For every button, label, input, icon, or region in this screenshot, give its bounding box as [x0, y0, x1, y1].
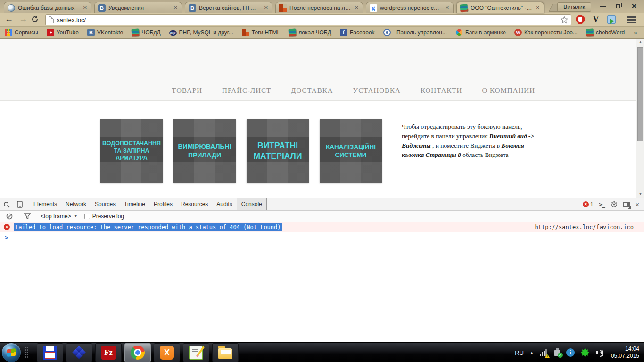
language-indicator[interactable]: RU [515, 349, 524, 356]
share-extension-icon[interactable] [607, 15, 616, 24]
browser-tab-4[interactable]: После переноса на лока ✕ [275, 2, 363, 13]
taskbar-app-filezilla[interactable]: Fz [95, 343, 122, 362]
bookmark-html-tags[interactable]: Теги HTML [242, 29, 280, 36]
taskbar-app-xampp[interactable]: X [154, 343, 180, 362]
preserve-log-checkbox[interactable] [84, 214, 90, 219]
tab-close-icon[interactable]: ✕ [173, 5, 178, 11]
usb-device-icon[interactable] [554, 350, 560, 356]
device-mode-icon[interactable] [13, 198, 26, 210]
reload-button[interactable] [31, 16, 43, 23]
devtools-tab-audits[interactable]: Audits [212, 198, 236, 210]
console-prompt-row[interactable]: > [0, 232, 644, 242]
bookmark-admin-panel[interactable]: - Панель управлен... [383, 29, 447, 36]
error-count-badge[interactable]: ✕1 [583, 201, 594, 208]
window-minimize-button[interactable] [596, 1, 610, 11]
bookmark-joomla-transfer[interactable]: WКак перенести Joo... [514, 29, 578, 36]
bookmark-chobdword[interactable]: chobdWord [586, 29, 625, 36]
inspect-element-icon[interactable] [0, 198, 13, 210]
adblock-extension-icon[interactable] [576, 15, 585, 24]
show-hidden-icons-icon[interactable]: ▲ [530, 351, 534, 355]
taskbar-clock[interactable]: 14:04 05.07.2015 [610, 346, 639, 360]
chrome-menu-icon[interactable] [627, 16, 636, 23]
console-error-message: Failed to load resource: the server resp… [14, 223, 282, 231]
category-tile-vodopostachannya[interactable]: ВОДОПОСТАЧАННЯ ТА ЗАПІРНА АРМАТУРА [100, 119, 163, 183]
xampp-icon: X [160, 346, 174, 360]
filter-icon[interactable] [21, 210, 34, 222]
console-error-source-link[interactable]: http://santex.loc/favicon.ico [535, 224, 640, 230]
category-tile-vytratni[interactable]: ВИТРАТНІ МАТЕРІАЛИ [247, 119, 309, 183]
browser-tab-5[interactable]: g wordpress перенос сайта ✕ [366, 2, 454, 13]
preserve-log-option[interactable]: Preserve log [84, 213, 124, 220]
taskbar-app-notepadpp[interactable] [183, 343, 209, 362]
control-panel-icon [383, 29, 391, 36]
quick-launch-handle[interactable] [25, 346, 28, 359]
devtools-tab-elements[interactable]: Elements [29, 198, 61, 210]
console-error-row[interactable]: ✕ Failed to load resource: the server re… [0, 222, 644, 232]
taskbar-app-chrome-active[interactable] [124, 343, 151, 362]
devtools-settings-gear-icon[interactable] [611, 201, 618, 208]
nav-item-dostavka[interactable]: ДОСТАВКА [291, 87, 333, 95]
devtools-tab-console[interactable]: Console [237, 198, 267, 210]
bookmark-apps[interactable]: Сервисы [5, 29, 38, 36]
bookmark-chobdd[interactable]: ЧОБдД [132, 29, 160, 36]
browser-tab-active[interactable]: ООО "Сантехстиль" - сан ✕ [456, 2, 544, 13]
bookmark-admin-bugs[interactable]: Баги в админке [455, 29, 506, 36]
browser-tab-2[interactable]: B Уведомления ✕ [94, 2, 182, 13]
url-text[interactable]: santex.loc/ [57, 16, 558, 24]
start-button[interactable] [2, 343, 21, 362]
tab-title: После переноса на лока [289, 5, 351, 11]
network-warning-icon[interactable] [540, 348, 548, 357]
scrollbar-down-icon[interactable]: ▼ [636, 190, 644, 198]
window-restore-button[interactable] [611, 1, 625, 11]
antivirus-shield-icon[interactable] [581, 348, 589, 357]
nav-item-price-list[interactable]: ПРАЙС-ЛИСТ [222, 87, 271, 95]
bookmark-youtube[interactable]: YouTube [47, 29, 79, 36]
bookmark-php[interactable]: phpPHP, MySQL и друг... [169, 29, 233, 36]
page-scrollbar[interactable]: ▲ ▼ [636, 39, 644, 198]
tab-close-icon[interactable]: ✕ [83, 5, 88, 11]
back-button[interactable]: ← [3, 14, 15, 24]
dock-side-icon[interactable] [623, 202, 630, 207]
taskbar-app-diamonds[interactable] [66, 343, 92, 362]
taskbar-app-save-tool[interactable] [37, 343, 63, 362]
url-bar[interactable]: santex.loc/ [45, 14, 571, 25]
console-drawer-icon[interactable]: >_ [599, 201, 604, 208]
v-extension-icon[interactable]: V [592, 15, 600, 24]
devtools-tab-timeline[interactable]: Timeline [120, 198, 149, 210]
devtools-tab-sources[interactable]: Sources [91, 198, 120, 210]
web-page-viewport: ТОВАРИ ПРАЙС-ЛИСТ ДОСТАВКА УСТАНОВКА КОН… [0, 39, 644, 198]
nav-item-o-kompanii[interactable]: О КОМПАНИИ [482, 87, 535, 95]
devtools-tab-resources[interactable]: Resources [177, 198, 212, 210]
window-close-button[interactable]: ✕ [627, 1, 641, 11]
tab-close-icon[interactable]: ✕ [354, 5, 359, 11]
info-icon[interactable]: i [566, 348, 575, 357]
devtools-tab-network[interactable]: Network [61, 198, 91, 210]
browser-tab-3[interactable]: B Верстка сайтов, HTML/JS ✕ [185, 2, 272, 13]
browser-tab-1[interactable]: Ошибка базы данных ✕ [4, 2, 91, 13]
bookmark-facebook[interactable]: fFacebook [340, 29, 375, 36]
bookmarks-overflow-chevron[interactable]: » [634, 29, 639, 36]
tab-close-icon[interactable]: ✕ [264, 5, 269, 11]
category-tile-vymiruvalni[interactable]: ВИМІРЮВАЛЬНІ ПРИЛАДИ [173, 119, 236, 183]
scrollbar-up-icon[interactable]: ▲ [636, 39, 644, 46]
tab-close-icon[interactable]: ✕ [535, 5, 540, 11]
devtools-tab-profiles[interactable]: Profiles [149, 198, 177, 210]
forward-button[interactable]: → [17, 14, 29, 24]
bookmark-star-icon[interactable] [561, 16, 568, 24]
notepad-plus-plus-icon [189, 346, 203, 360]
frame-context-select[interactable]: <top frame>▼ [39, 213, 80, 220]
volume-icon[interactable] [595, 348, 604, 357]
devtools-close-icon[interactable]: × [636, 201, 639, 208]
scrollbar-thumb[interactable] [637, 47, 643, 141]
nav-item-ustanovka[interactable]: УСТАНОВКА [353, 87, 401, 95]
category-tile-kanalizaciyni[interactable]: КАНАЛІЗАЦІЙНІ СИСТЕМИ [320, 119, 382, 183]
tab-close-icon[interactable]: ✕ [445, 5, 450, 11]
bookmarks-bar: Сервисы YouTube BVKontakte ЧОБдД phpPHP,… [0, 27, 644, 39]
nav-item-tovary[interactable]: ТОВАРИ [172, 87, 202, 95]
bookmark-local-chobd[interactable]: локал ЧОБД [289, 29, 331, 36]
profile-name-button[interactable]: Виталик [557, 2, 591, 12]
nav-item-kontakty[interactable]: КОНТАКТИ [421, 87, 462, 95]
taskbar-app-file-manager[interactable] [212, 343, 239, 362]
clear-console-icon[interactable] [3, 210, 16, 222]
bookmark-vkontakte[interactable]: BVKontakte [87, 29, 123, 36]
